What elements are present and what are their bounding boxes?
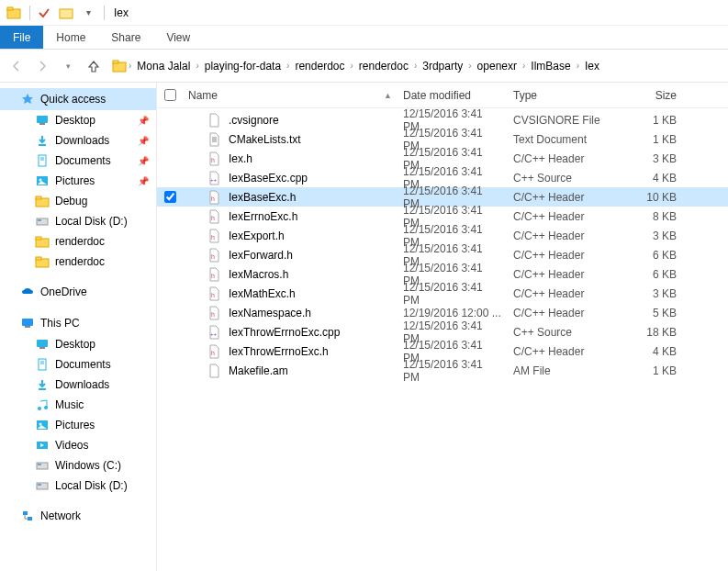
- sidebar-item-label: Windows (C:): [55, 459, 121, 472]
- documents-icon: [35, 153, 50, 168]
- row-checkbox[interactable]: [164, 191, 176, 203]
- file-type: C++ Source: [508, 172, 618, 185]
- chevron-right-icon[interactable]: ›: [194, 61, 200, 71]
- sidebar-item-label: Documents: [55, 358, 111, 371]
- desktop-icon: [35, 113, 50, 128]
- forward-button[interactable]: [31, 55, 53, 77]
- chevron-right-icon[interactable]: ›: [412, 61, 419, 71]
- sidebar-item[interactable]: renderdoc: [0, 252, 156, 272]
- svg-rect-35: [38, 464, 41, 465]
- svg-rect-7: [39, 144, 46, 146]
- sidebar-item[interactable]: Videos: [0, 435, 156, 455]
- sidebar-item[interactable]: Debug: [0, 191, 156, 211]
- sidebar-item-label: Downloads: [55, 378, 109, 391]
- sidebar-item[interactable]: Documents📌: [0, 151, 156, 171]
- sidebar-this-pc[interactable]: This PC: [0, 312, 156, 334]
- sidebar-item[interactable]: Downloads: [0, 375, 156, 395]
- h-icon: h: [207, 344, 221, 359]
- file-size: 4 KB: [618, 172, 682, 185]
- file-row[interactable]: hIexMathExc.h12/15/2016 3:41 PMC/C++ Hea…: [157, 284, 728, 303]
- col-size[interactable]: Size: [618, 89, 682, 102]
- file-name: IexNamespace.h: [229, 307, 311, 319]
- crumb[interactable]: Iex: [581, 60, 603, 73]
- crumb[interactable]: 3rdparty: [419, 60, 466, 73]
- sidebar-label: OneDrive: [40, 286, 87, 298]
- svg-rect-37: [38, 484, 41, 486]
- file-size: 10 KB: [618, 191, 682, 204]
- file-icon: [207, 113, 221, 128]
- crumb[interactable]: openexr: [474, 60, 521, 73]
- sidebar-onedrive[interactable]: OneDrive: [0, 281, 156, 303]
- svg-text:h: h: [211, 157, 215, 163]
- col-type[interactable]: Type: [508, 89, 618, 102]
- sidebar-item[interactable]: Local Disk (D:): [0, 476, 156, 496]
- back-button[interactable]: [6, 55, 28, 77]
- file-size: 8 KB: [618, 210, 682, 223]
- music-icon: [35, 397, 50, 412]
- col-name[interactable]: Name▲: [183, 89, 398, 102]
- svg-rect-28: [39, 388, 46, 390]
- sidebar-item[interactable]: renderdoc: [0, 231, 156, 252]
- app-folder-icon[interactable]: [4, 3, 24, 23]
- file-row[interactable]: Makefile.am12/15/2016 3:41 PMAM File1 KB: [157, 361, 728, 380]
- onedrive-icon: [20, 285, 35, 299]
- downloads-icon: [35, 133, 50, 148]
- crumb[interactable]: Mona Jalal: [133, 60, 194, 73]
- select-all-checkbox[interactable]: [164, 89, 176, 101]
- sidebar-quick-access[interactable]: Quick access: [0, 88, 156, 110]
- recent-dropdown[interactable]: ▾: [57, 55, 79, 77]
- star-icon: [20, 92, 35, 106]
- breadcrumb[interactable]: › Mona Jalal› playing-for-data› renderdo…: [108, 55, 722, 77]
- sidebar-network[interactable]: Network: [0, 505, 156, 527]
- sidebar-item[interactable]: Pictures📌: [0, 171, 156, 191]
- sidebar-item[interactable]: Local Disk (D:): [0, 211, 156, 231]
- chevron-right-icon[interactable]: ›: [349, 61, 355, 71]
- sidebar-item-label: Downloads: [55, 134, 109, 147]
- tab-view[interactable]: View: [153, 26, 203, 49]
- sidebar-item[interactable]: Desktop📌: [0, 110, 156, 130]
- sidebar-item[interactable]: Pictures: [0, 415, 156, 435]
- svg-rect-14: [36, 196, 41, 199]
- qat-dropdown-icon[interactable]: ▾: [78, 3, 98, 23]
- svg-rect-22: [25, 326, 30, 328]
- chevron-right-icon[interactable]: ›: [466, 61, 473, 71]
- ribbon-tabs: File Home Share View: [0, 26, 728, 50]
- up-button[interactable]: [83, 55, 105, 77]
- h-icon: h: [207, 151, 221, 166]
- chevron-right-icon[interactable]: ›: [285, 61, 291, 71]
- sidebar-label: This PC: [40, 317, 80, 330]
- properties-icon[interactable]: [34, 3, 54, 23]
- tab-file[interactable]: File: [0, 26, 43, 49]
- pictures-icon: [35, 418, 50, 432]
- folder-icon: [35, 194, 50, 208]
- sidebar-item[interactable]: Music: [0, 395, 156, 415]
- col-date[interactable]: Date modified: [398, 89, 508, 102]
- sidebar-item-label: Music: [55, 398, 84, 411]
- file-size: 5 KB: [618, 307, 682, 319]
- chevron-right-icon[interactable]: ›: [575, 61, 581, 71]
- file-name: IexThrowErrnoExc.cpp: [229, 326, 340, 339]
- file-name: IexMathExc.h: [229, 287, 296, 300]
- sidebar-item[interactable]: Windows (C:): [0, 455, 156, 476]
- sidebar-item[interactable]: Desktop: [0, 334, 156, 354]
- sidebar-item[interactable]: Documents: [0, 354, 156, 375]
- sidebar-item[interactable]: Downloads📌: [0, 130, 156, 151]
- file-name: .cvsignore: [229, 114, 279, 127]
- file-name: IexMacros.h: [229, 268, 288, 281]
- crumb[interactable]: renderdoc: [291, 60, 348, 73]
- content: Name▲ Date modified Type Size .cvsignore…: [156, 83, 728, 571]
- pictures-icon: [35, 174, 50, 188]
- chevron-right-icon[interactable]: ›: [127, 61, 133, 71]
- tab-share[interactable]: Share: [98, 26, 153, 49]
- new-folder-icon[interactable]: [56, 3, 76, 23]
- file-size: 4 KB: [618, 345, 682, 358]
- sidebar: Quick access Desktop📌Downloads📌Documents…: [0, 83, 156, 571]
- file-type: C/C++ Header: [508, 210, 618, 223]
- chevron-right-icon[interactable]: ›: [521, 61, 527, 71]
- desktop-icon: [35, 337, 50, 352]
- crumb[interactable]: playing-for-data: [201, 60, 285, 73]
- file-name: Makefile.am: [229, 364, 288, 377]
- crumb[interactable]: IlmBase: [527, 60, 574, 73]
- crumb[interactable]: renderdoc: [355, 60, 412, 73]
- tab-home[interactable]: Home: [43, 26, 98, 49]
